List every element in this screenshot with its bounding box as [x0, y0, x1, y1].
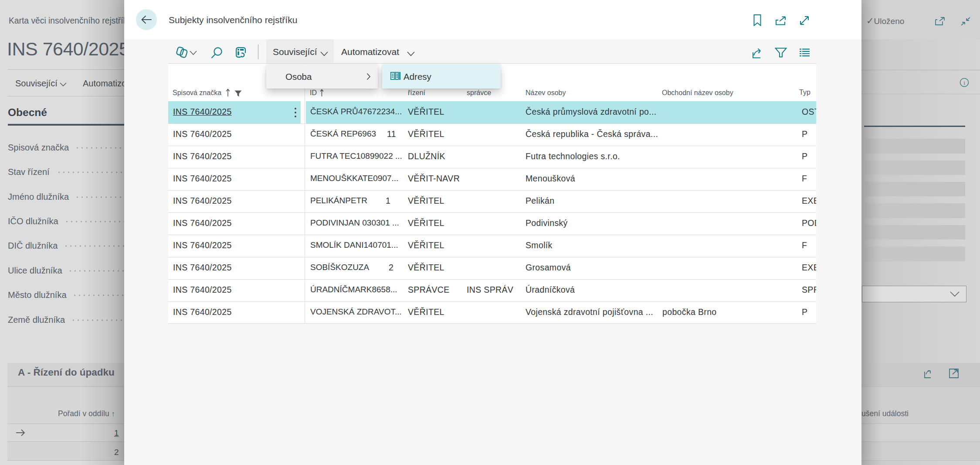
svg-text:i: i — [963, 79, 965, 86]
